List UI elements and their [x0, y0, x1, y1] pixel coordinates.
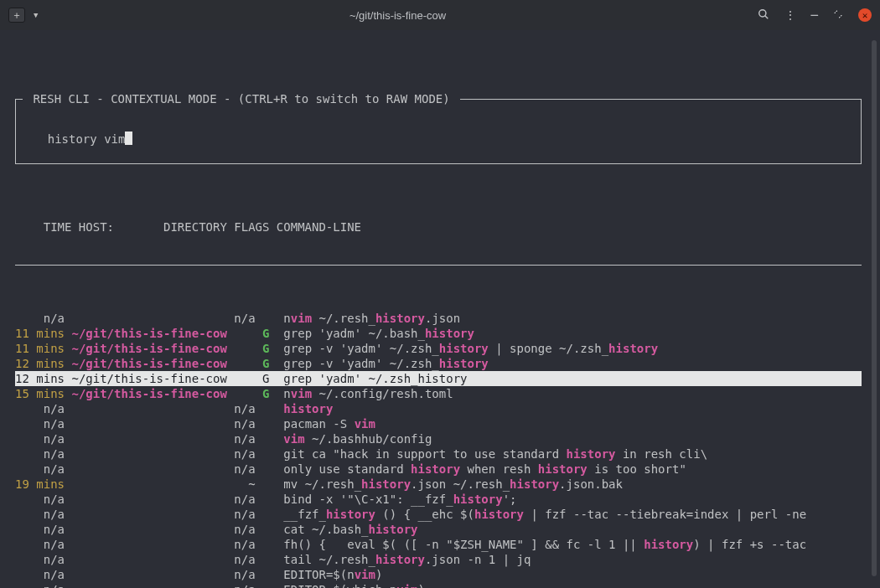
- result-row[interactable]: 11 mins ~/git/this-is-fine-cow G grep -v…: [15, 341, 868, 356]
- results-list[interactable]: n/a n/a nvim ~/.resh_history.json11 mins…: [15, 311, 868, 588]
- result-row[interactable]: n/a n/a bind -x '"\C-x1": __fzf_history'…: [15, 492, 868, 507]
- search-icon[interactable]: [758, 8, 769, 23]
- results-header: TIME HOST: DIRECTORY FLAGS COMMAND-LINE: [15, 219, 868, 235]
- minimize-icon[interactable]: ─: [811, 8, 818, 22]
- kebab-menu-icon[interactable]: ⋮: [784, 8, 796, 22]
- result-row[interactable]: 15 mins ~/git/this-is-fine-cow G nvim ~/…: [15, 386, 868, 401]
- result-row-selected[interactable]: 12 mins ~/git/this-is-fine-cow G grep 'y…: [15, 371, 862, 386]
- window-titlebar: ＋ ▼ ~/git/this-is-fine-cow ⋮ ─ ✕: [0, 0, 880, 30]
- search-box: RESH CLI - CONTEXTUAL MODE - (CTRL+R to …: [15, 99, 862, 164]
- new-tab-button[interactable]: ＋: [8, 8, 25, 23]
- results-header-underline: [15, 265, 862, 266]
- result-row[interactable]: n/a n/a cat ~/.bash_history: [15, 522, 868, 537]
- search-box-title: RESH CLI - CONTEXTUAL MODE - (CTRL+R to …: [23, 91, 460, 106]
- result-row[interactable]: n/a n/a only use standard history when r…: [15, 462, 868, 477]
- result-row[interactable]: n/a n/a tail ~/.resh_history.json -n 1 |…: [15, 552, 868, 567]
- scrollbar[interactable]: [872, 40, 877, 576]
- close-button[interactable]: ✕: [858, 8, 872, 22]
- tab-menu-caret-icon[interactable]: ▼: [34, 11, 38, 19]
- window-title: ~/git/this-is-fine-cow: [44, 9, 750, 22]
- result-row[interactable]: 12 mins ~/git/this-is-fine-cow G grep -v…: [15, 356, 868, 371]
- result-row[interactable]: n/a n/a EDITOR=$(nvim): [15, 567, 868, 582]
- result-row[interactable]: n/a n/a EDITOR=$(which nvim): [15, 582, 868, 588]
- svg-point-0: [758, 9, 765, 16]
- result-row[interactable]: n/a n/a pacman -S vim: [15, 416, 868, 431]
- result-row[interactable]: n/a n/a git ca "hack in support to use s…: [15, 446, 868, 462]
- terminal-viewport[interactable]: RESH CLI - CONTEXTUAL MODE - (CTRL+R to …: [0, 30, 880, 588]
- result-row[interactable]: n/a n/a fh() { eval $( ([ -n "$ZSH_NAME"…: [15, 537, 868, 552]
- svg-line-1: [764, 15, 768, 18]
- maximize-icon[interactable]: [833, 8, 843, 22]
- result-row[interactable]: n/a n/a vim ~/.bashhub/config: [15, 431, 868, 446]
- search-input[interactable]: history vim: [48, 132, 133, 146]
- cursor: [125, 132, 132, 145]
- result-row[interactable]: n/a n/a nvim ~/.resh_history.json: [15, 311, 868, 326]
- result-row[interactable]: n/a n/a __fzf_history () { __ehc $(histo…: [15, 507, 868, 522]
- result-row[interactable]: n/a n/a history: [15, 401, 868, 416]
- result-row[interactable]: 11 mins ~/git/this-is-fine-cow G grep 'y…: [15, 326, 868, 341]
- result-row[interactable]: 19 mins ~ mv ~/.resh_history.json ~/.res…: [15, 477, 868, 492]
